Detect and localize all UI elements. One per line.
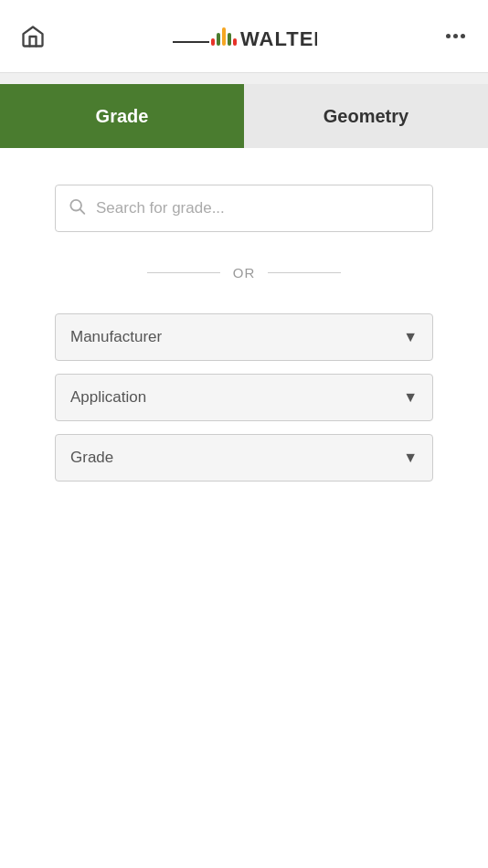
app-header: WALTER (0, 0, 488, 73)
svg-rect-5 (233, 38, 237, 46)
search-section (55, 185, 433, 232)
tab-geometry-label: Geometry (324, 106, 408, 127)
manufacturer-label: Manufacturer (70, 328, 162, 346)
dot-icon (461, 34, 465, 38)
dot-icon (453, 34, 458, 38)
svg-rect-4 (228, 33, 231, 46)
application-label: Application (70, 388, 146, 407)
dot-icon (446, 34, 451, 38)
application-dropdown[interactable]: Application ▼ (55, 374, 433, 421)
tab-grade-label: Grade (96, 106, 149, 127)
tab-geometry[interactable]: Geometry (244, 84, 488, 148)
or-text: OR (220, 265, 269, 281)
manufacturer-dropdown-wrapper: Manufacturer ▼ (55, 313, 433, 361)
main-content: OR Manufacturer ▼ Application ▼ Grade ▼ (0, 148, 488, 531)
grade-label: Grade (70, 449, 113, 467)
search-icon (68, 197, 86, 220)
application-dropdown-wrapper: Application ▼ (55, 374, 433, 421)
grade-dropdown[interactable]: Grade ▼ (55, 434, 433, 482)
svg-rect-3 (222, 27, 226, 46)
grade-chevron-icon: ▼ (403, 450, 418, 466)
or-line-right (268, 272, 341, 273)
manufacturer-chevron-icon: ▼ (403, 329, 418, 345)
svg-line-8 (80, 209, 85, 214)
grade-dropdown-wrapper: Grade ▼ (55, 434, 433, 482)
or-divider: OR (55, 265, 433, 281)
sub-header-bar (0, 73, 488, 84)
grade-search-input[interactable] (55, 185, 433, 232)
svg-rect-2 (217, 33, 220, 46)
app-logo: WALTER (171, 20, 317, 53)
application-chevron-icon: ▼ (403, 389, 418, 406)
svg-text:WALTER: WALTER (240, 27, 317, 50)
home-button[interactable] (16, 20, 49, 53)
tab-grade[interactable]: Grade (0, 84, 244, 148)
or-line-left (147, 272, 220, 273)
svg-rect-1 (211, 38, 215, 46)
more-options-button[interactable] (439, 20, 472, 53)
manufacturer-dropdown[interactable]: Manufacturer ▼ (55, 313, 433, 361)
tab-bar: Grade Geometry (0, 84, 488, 148)
